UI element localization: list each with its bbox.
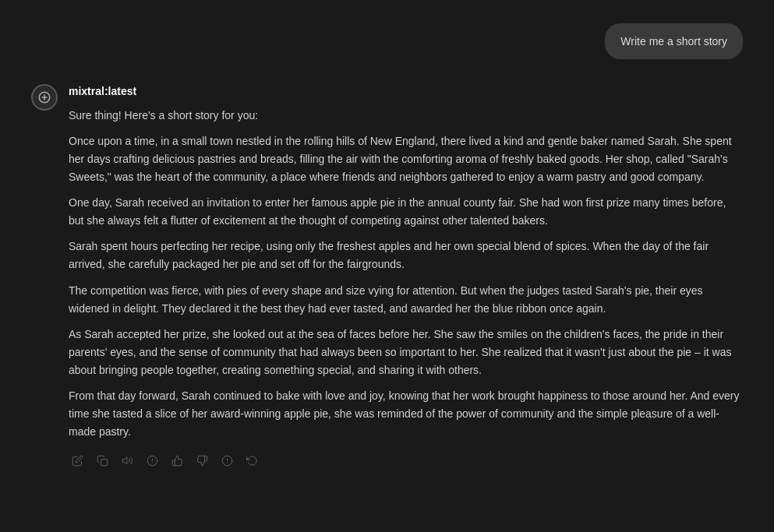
assistant-content: mixtral:latest Sure thing! Here's a shor… bbox=[69, 83, 743, 469]
intro-paragraph: Sure thing! Here's a short story for you… bbox=[69, 107, 743, 125]
user-bubble: Write me a short story bbox=[605, 23, 743, 59]
svg-rect-1 bbox=[101, 459, 107, 465]
paragraph-4: The competition was fierce, with pies of… bbox=[69, 282, 743, 318]
copy-icon[interactable] bbox=[94, 452, 111, 469]
paragraph-6: From that day forward, Sarah continued t… bbox=[69, 387, 743, 441]
edit-icon[interactable] bbox=[69, 452, 86, 469]
paragraph-1: Once upon a time, in a small town nestle… bbox=[69, 132, 743, 186]
regenerate-icon[interactable] bbox=[243, 452, 260, 469]
audio-icon[interactable] bbox=[118, 452, 136, 469]
assistant-text: Sure thing! Here's a short story for you… bbox=[69, 107, 743, 442]
assistant-message-wrapper: mixtral:latest Sure thing! Here's a shor… bbox=[31, 83, 743, 469]
chat-container: Write me a short story mixtral:latest Su… bbox=[0, 0, 774, 532]
paragraph-5: As Sarah accepted her prize, she looked … bbox=[69, 326, 743, 379]
user-message-text: Write me a short story bbox=[620, 35, 727, 48]
action-bar bbox=[69, 452, 743, 469]
info-icon[interactable] bbox=[143, 452, 161, 469]
thumbs-down-icon[interactable] bbox=[193, 452, 210, 469]
paragraph-2: One day, Sarah received an invitation to… bbox=[69, 194, 743, 230]
user-message-wrapper: Write me a short story bbox=[31, 16, 743, 59]
flag-icon[interactable] bbox=[218, 452, 235, 469]
model-name: mixtral:latest bbox=[69, 83, 743, 100]
svg-marker-2 bbox=[122, 457, 127, 464]
paragraph-3: Sarah spent hours perfecting her recipe,… bbox=[69, 238, 743, 273]
avatar bbox=[31, 84, 58, 111]
thumbs-up-icon[interactable] bbox=[168, 452, 186, 469]
